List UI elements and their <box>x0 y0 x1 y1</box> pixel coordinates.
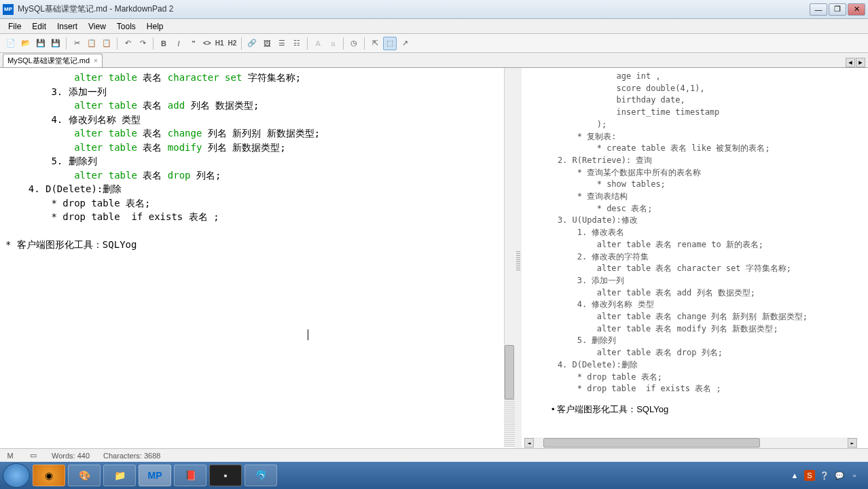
tab-document[interactable]: MySQL基础课堂笔记.md × <box>3 54 103 67</box>
statusbar: M ▭ Words: 440 Characters: 3688 <box>0 448 868 462</box>
menu-insert[interactable]: Insert <box>52 20 83 33</box>
taskbar-app-1[interactable]: ◉ <box>33 465 65 486</box>
splitter-grip-icon <box>516 251 520 272</box>
link-icon[interactable]: 🔗 <box>245 37 259 50</box>
taskbar-pdf[interactable]: 📕 <box>174 465 206 486</box>
h2-icon[interactable]: H2 <box>226 37 238 50</box>
paste-icon[interactable]: 📋 <box>100 37 113 50</box>
cut-icon[interactable]: ✂ <box>70 37 84 50</box>
toolbar: 📄 📂 💾 💾 ✂ 📋 📋 ↶ ↷ B I " <> H1 H2 🔗 🖼 ☰ ☷… <box>0 34 868 53</box>
menubar: File Edit Insert View Tools Help <box>0 19 868 34</box>
save-all-icon[interactable]: 💾 <box>49 37 62 50</box>
ol-icon[interactable]: ☷ <box>290 37 304 50</box>
separator <box>153 37 153 50</box>
separator <box>117 37 117 50</box>
book-icon: ▭ <box>29 451 38 460</box>
separator <box>364 37 365 50</box>
undo-icon[interactable]: ↶ <box>121 37 134 50</box>
tab-close-icon[interactable]: × <box>94 57 98 65</box>
tray-extra-icon[interactable]: ▫ <box>849 470 860 481</box>
system-tray[interactable]: ▲ S ❔ 💬 ▫ <box>789 470 865 481</box>
status-words: Words: 440 <box>52 452 90 460</box>
scrollbar-thumb[interactable] <box>505 345 514 399</box>
window-title: MySQL基础课堂笔记.md - MarkdownPad 2 <box>18 3 810 15</box>
editor-pane[interactable]: alter table 表名 character set 字符集名称; 3. 添… <box>0 68 515 448</box>
separator <box>343 37 344 50</box>
titlebar[interactable]: MP MySQL基础课堂笔记.md - MarkdownPad 2 — ❐ ✕ <box>0 0 868 19</box>
font-a-small-icon[interactable]: a <box>326 37 340 50</box>
preview-content: age int , score double(4,1), birthday da… <box>522 68 868 418</box>
maximize-button[interactable]: ❐ <box>829 3 846 16</box>
image-icon[interactable]: 🖼 <box>260 37 274 50</box>
new-file-icon[interactable]: 📄 <box>4 37 18 50</box>
tray-ime-icon[interactable]: S <box>804 470 815 481</box>
taskbar-terminal[interactable]: ▪ <box>209 465 242 486</box>
preview-hscrollbar[interactable]: ◄ ► <box>524 437 857 448</box>
app-icon: MP <box>3 4 14 15</box>
open-file-icon[interactable]: 📂 <box>19 37 33 50</box>
separator <box>66 37 67 50</box>
taskbar-markdownpad[interactable]: MP <box>139 465 171 486</box>
minimize-button[interactable]: — <box>810 3 827 16</box>
preview-toggle-icon[interactable]: ⬚ <box>383 37 397 50</box>
hscroll-thumb[interactable] <box>543 438 760 448</box>
menu-tools[interactable]: Tools <box>111 20 141 33</box>
tabbar: MySQL基础课堂笔记.md × ◄ ► <box>0 53 868 68</box>
taskbar-app-7[interactable]: 🐬 <box>245 465 277 486</box>
splitter[interactable] <box>515 68 522 448</box>
window-controls: — ❐ ✕ <box>810 3 865 16</box>
redo-icon[interactable]: ↷ <box>136 37 149 50</box>
menu-file[interactable]: File <box>3 20 26 33</box>
separator <box>241 37 242 50</box>
quote-icon[interactable]: " <box>187 37 200 50</box>
tray-notification-icon[interactable]: 💬 <box>834 470 845 481</box>
separator <box>307 37 308 50</box>
tab-nav-left-icon[interactable]: ◄ <box>846 58 855 67</box>
editor-text[interactable]: alter table 表名 character set 字符集名称; 3. 添… <box>0 68 515 448</box>
tab-nav: ◄ ► <box>846 58 865 67</box>
taskbar-explorer[interactable]: 📁 <box>103 465 136 486</box>
h1-icon[interactable]: H1 <box>214 37 225 50</box>
taskbar[interactable]: ◉ 🎨 📁 MP 📕 ▪ 🐬 ▲ S ❔ 💬 ▫ <box>0 462 868 489</box>
menu-help[interactable]: Help <box>141 20 169 33</box>
content-area: alter table 表名 character set 字符集名称; 3. 添… <box>0 68 868 448</box>
close-button[interactable]: ✕ <box>848 3 865 16</box>
font-a-icon[interactable]: A <box>311 37 325 50</box>
timestamp-icon[interactable]: ◷ <box>347 37 361 50</box>
italic-icon[interactable]: I <box>172 37 185 50</box>
taskbar-app-2[interactable]: 🎨 <box>68 465 101 486</box>
hscroll-left-icon[interactable]: ◄ <box>524 438 534 448</box>
preview-bullet-item: • 客户端图形化工具：SQLYog <box>538 403 852 415</box>
export-icon[interactable]: ↗ <box>398 37 412 50</box>
preview-pane[interactable]: age int , score double(4,1), birthday da… <box>522 68 868 448</box>
hscroll-right-icon[interactable]: ► <box>848 438 857 448</box>
toggle-icon[interactable]: ⇱ <box>368 37 382 50</box>
text-cursor <box>308 327 308 341</box>
start-button[interactable] <box>3 463 30 488</box>
save-icon[interactable]: 💾 <box>34 37 48 50</box>
menu-edit[interactable]: Edit <box>26 20 52 33</box>
tray-help-icon[interactable]: ❔ <box>819 470 830 481</box>
tray-up-icon[interactable]: ▲ <box>789 470 800 481</box>
copy-icon[interactable]: 📋 <box>85 37 98 50</box>
code-icon[interactable]: <> <box>202 37 213 50</box>
menu-view[interactable]: View <box>83 20 111 33</box>
ul-icon[interactable]: ☰ <box>275 37 289 50</box>
editor-vscrollbar[interactable] <box>504 68 515 401</box>
status-characters: Characters: 3688 <box>103 452 160 460</box>
tab-label: MySQL基础课堂笔记.md <box>7 56 90 66</box>
editor-resize-grip[interactable] <box>504 399 515 447</box>
markdown-icon: M <box>5 451 15 460</box>
tab-nav-right-icon[interactable]: ► <box>856 58 865 67</box>
bold-icon[interactable]: B <box>157 37 170 50</box>
